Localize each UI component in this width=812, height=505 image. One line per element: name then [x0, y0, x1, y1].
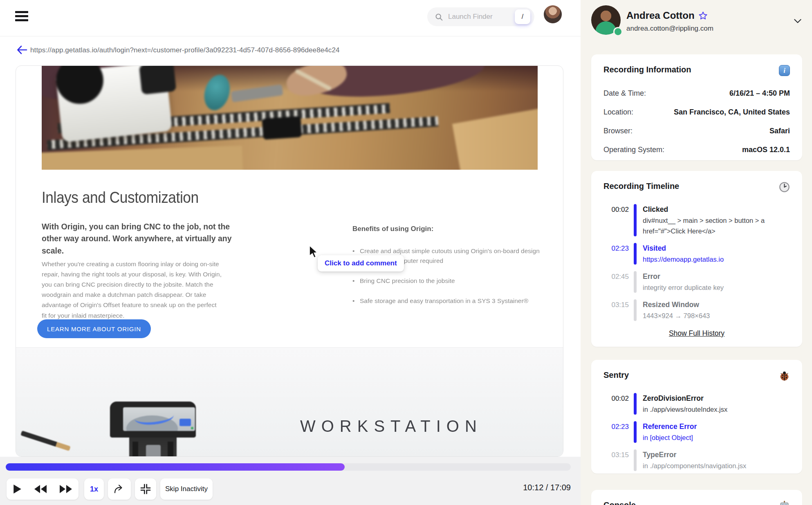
replay-viewport: Inlays and Customization With Origin, yo…	[16, 65, 563, 457]
online-status-dot	[613, 27, 623, 36]
user-email: andrea.cotton@rippling.com	[626, 25, 713, 33]
timeline-event[interactable]: 00:02 Clicked div#nuxt__ > main > sectio…	[603, 204, 790, 236]
transport-controls	[7, 478, 79, 500]
chevron-down-icon[interactable]	[792, 16, 803, 26]
event-marker-bar	[634, 204, 637, 236]
info-row: Date & Time: 6/16/21 – 4:50 PM	[603, 88, 790, 99]
top-bar: /	[0, 0, 581, 36]
timeline-event[interactable]: 02:23 Visited https://demoapp.getatlas.i…	[603, 243, 790, 265]
mouse-cursor-icon	[308, 246, 319, 258]
favorite-star-icon[interactable]	[698, 11, 708, 20]
benefit-item: Safe storage and easy transportation in …	[352, 296, 541, 306]
info-value: 6/16/21 – 4:50 PM	[729, 88, 790, 99]
event-title: Reference Error	[643, 421, 790, 432]
main-panel: / https://app.getatlas.io/auth/login?nex…	[0, 0, 581, 505]
console-card: Console	[591, 490, 802, 505]
share-arrow-icon	[114, 484, 125, 494]
info-icon: i	[779, 65, 790, 76]
event-marker-bar	[634, 243, 637, 265]
compress-icon	[140, 484, 151, 494]
timeline-event[interactable]: 02:45 Error integrity error duplicate ke…	[603, 271, 790, 293]
sentry-title: Sentry	[603, 370, 629, 380]
event-time: 02:45	[603, 271, 629, 293]
event-time: 03:15	[603, 449, 629, 471]
console-title: Console	[603, 501, 636, 505]
skip-inactivity-button[interactable]: Skip Inactivity	[160, 478, 213, 500]
event-title: TypeError	[643, 449, 790, 460]
share-button[interactable]	[108, 478, 131, 500]
replay-hero-photo	[42, 66, 538, 170]
event-detail: https://demoapp.getatlas.io	[643, 254, 790, 265]
event-marker-bar	[634, 421, 637, 443]
progress-bar[interactable]	[6, 463, 571, 471]
origin-device-image	[104, 402, 202, 457]
progress-fill	[6, 463, 345, 471]
search-input[interactable]	[447, 12, 510, 21]
event-title: Visited	[643, 243, 790, 254]
play-button[interactable]	[13, 484, 22, 494]
add-comment-tooltip[interactable]: Click to add comment	[318, 255, 404, 272]
event-time: 00:02	[603, 393, 629, 415]
playback-timecode: 10:12 / 17:09	[523, 483, 571, 492]
collapse-view-button[interactable]	[135, 478, 156, 500]
robot-icon	[779, 501, 790, 505]
user-name-text: Andrea Cotton	[626, 10, 695, 21]
pencil-image	[20, 431, 71, 451]
info-value: macOS 12.0.1	[742, 145, 790, 155]
event-marker-bar	[634, 449, 637, 471]
recording-information-rows: Date & Time: 6/16/21 – 4:50 PM Location:…	[603, 88, 790, 155]
info-row: Location: San Francisco, CA, United Stat…	[603, 107, 790, 117]
event-detail: in ./app/views/routeIndex.jsx	[643, 404, 790, 415]
recording-information-title: Recording Information	[603, 65, 691, 74]
benefit-item: Bring CNC precision to the jobsite	[352, 276, 541, 286]
event-time: 03:15	[603, 299, 629, 321]
recording-timeline-title: Recording Timeline	[603, 182, 679, 191]
hamburger-menu-icon[interactable]	[15, 11, 28, 22]
clock-icon	[779, 182, 790, 193]
playback-speed-button[interactable]: 1x	[84, 478, 104, 500]
event-marker-bar	[634, 299, 637, 321]
launch-finder-search[interactable]: /	[427, 7, 534, 26]
fast-forward-button[interactable]	[59, 485, 72, 494]
info-value: San Francisco, CA, United States	[674, 107, 790, 117]
sentry-event[interactable]: 00:02 ZeroDivisionError in ./app/views/r…	[603, 393, 790, 415]
rewind-button[interactable]	[34, 485, 47, 494]
ladybug-icon	[779, 370, 790, 382]
details-sidebar: Andrea Cotton andrea.cotton@rippling.com…	[581, 0, 812, 505]
event-marker-bar	[634, 393, 637, 415]
event-detail: in [object Object]	[643, 432, 790, 443]
replay-subheading: With Origin, you can bring CNC to the jo…	[42, 221, 237, 257]
event-time: 02:23	[603, 421, 629, 443]
event-title: ZeroDivisionError	[643, 393, 790, 404]
page-url: https://app.getatlas.io/auth/login?next=…	[30, 46, 340, 54]
back-arrow-icon[interactable]	[16, 44, 28, 56]
info-value: Safari	[769, 126, 790, 136]
info-label: Location:	[603, 107, 633, 117]
sentry-events: 00:02 ZeroDivisionError in ./app/views/r…	[603, 393, 790, 471]
replay-brand-section: WORKSTATION	[16, 347, 563, 457]
topbar-avatar[interactable]	[544, 5, 562, 23]
timeline-event[interactable]: 03:15 Resized Window 1443×924 → 798×643	[603, 299, 790, 321]
sentry-event[interactable]: 02:23 Reference Error in [object Object]	[603, 421, 790, 443]
search-icon	[435, 13, 443, 21]
recording-information-card: Recording Information i Date & Time: 6/1…	[591, 54, 802, 160]
event-title: Resized Window	[643, 299, 790, 310]
show-full-history-link[interactable]: Show Full History	[603, 329, 790, 338]
info-label: Date & Time:	[603, 88, 646, 99]
event-time: 00:02	[603, 204, 629, 236]
timeline-events: 00:02 Clicked div#nuxt__ > main > sectio…	[603, 204, 790, 321]
replay-section-heading: Inlays and Customization	[42, 189, 199, 206]
info-row: Browser: Safari	[603, 126, 790, 136]
event-marker-bar	[634, 271, 637, 293]
info-label: Browser:	[603, 126, 633, 136]
workstation-logo-text: WORKSTATION	[300, 417, 482, 435]
sentry-event[interactable]: 03:15 TypeError in ./app/components/navi…	[603, 449, 790, 471]
event-title: Clicked	[643, 204, 790, 215]
event-detail: 1443×924 → 798×643	[643, 310, 790, 321]
benefits-title: Benefits of using Origin:	[352, 225, 433, 233]
browser-bar: https://app.getatlas.io/auth/login?next=…	[0, 41, 581, 59]
learn-more-button[interactable]: LEARN MORE ABOUT ORIGIN	[37, 319, 151, 338]
event-detail: integrity error duplicate key	[643, 282, 790, 293]
event-detail: in ./app/components/navigation.jsx	[643, 460, 790, 471]
recording-timeline-card: Recording Timeline 00:02 Clicked div#nux…	[591, 171, 802, 347]
